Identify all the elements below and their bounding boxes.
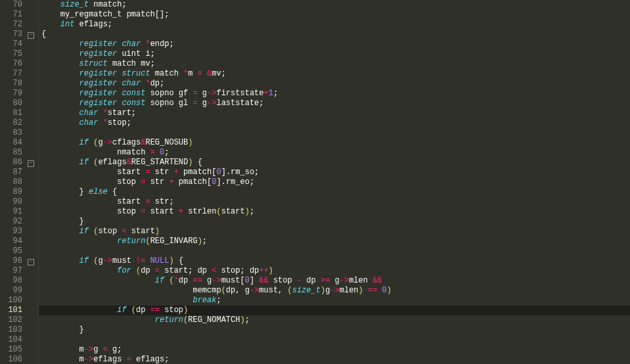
line-number[interactable]: 92	[0, 217, 22, 227]
fold-cell[interactable]	[26, 355, 35, 364]
line-number[interactable]: 82	[0, 118, 22, 128]
code-line[interactable]: break;	[41, 296, 630, 306]
line-number[interactable]: 95	[0, 246, 22, 256]
fold-cell[interactable]	[26, 286, 35, 296]
fold-collapse-icon[interactable]: -	[28, 259, 34, 265]
code-line[interactable]: char *stop;	[41, 118, 630, 128]
line-number[interactable]: 89	[0, 187, 22, 197]
line-number[interactable]: 71	[0, 10, 22, 20]
fold-cell[interactable]	[26, 89, 35, 99]
code-line[interactable]: if (stop < start)	[41, 227, 630, 237]
line-number[interactable]: 85	[0, 148, 22, 158]
fold-collapse-icon[interactable]: -	[28, 160, 34, 167]
fold-cell[interactable]	[26, 99, 35, 108]
line-number[interactable]: 76	[0, 59, 22, 69]
fold-cell[interactable]	[26, 39, 35, 49]
fold-cell[interactable]	[26, 306, 35, 315]
line-number[interactable]: 84	[0, 138, 22, 148]
fold-cell[interactable]	[26, 187, 35, 197]
code-line[interactable]: register const sopno gl = g->laststate;	[41, 99, 630, 108]
code-line[interactable]: start = str + pmatch[0].rm_so;	[41, 168, 630, 177]
code-line[interactable]: nmatch = 0;	[41, 148, 630, 158]
line-number[interactable]: 104	[0, 335, 22, 345]
line-number[interactable]: 96	[0, 256, 22, 266]
fold-cell[interactable]	[26, 0, 35, 10]
code-editor[interactable]: 7071727374757677787980818283848586878889…	[0, 0, 630, 364]
fold-cell[interactable]: -	[26, 256, 35, 266]
line-number[interactable]: 101	[0, 306, 22, 315]
code-line[interactable]: register const sopno gf = g->firststate+…	[41, 89, 630, 99]
fold-cell[interactable]	[26, 128, 35, 138]
fold-cell[interactable]	[26, 20, 35, 30]
code-line[interactable]: memcmp(dp, g->must, (size_t)g->mlen) == …	[41, 286, 630, 296]
line-number[interactable]: 100	[0, 296, 22, 306]
fold-cell[interactable]	[26, 227, 35, 237]
fold-cell[interactable]	[26, 138, 35, 148]
line-number[interactable]: 73	[0, 30, 22, 39]
line-number[interactable]: 90	[0, 197, 22, 207]
fold-cell[interactable]	[26, 207, 35, 217]
line-number[interactable]: 74	[0, 39, 22, 49]
code-line[interactable]: }	[41, 325, 630, 335]
code-area[interactable]: size_t nmatch; my_regmatch_t pmatch[]; i…	[39, 0, 630, 364]
code-line[interactable]	[41, 128, 630, 138]
fold-cell[interactable]	[26, 10, 35, 20]
fold-cell[interactable]: -	[26, 30, 35, 39]
code-line[interactable]: m->eflags = eflags;	[41, 355, 630, 364]
code-line[interactable]: start = str;	[41, 197, 630, 207]
line-number[interactable]: 79	[0, 89, 22, 99]
code-line[interactable]: stop = str + pmatch[0].rm_eo;	[41, 177, 630, 187]
fold-cell[interactable]	[26, 197, 35, 207]
line-number[interactable]: 103	[0, 325, 22, 335]
fold-cell[interactable]	[26, 217, 35, 227]
fold-cell[interactable]	[26, 335, 35, 345]
line-number[interactable]: 102	[0, 315, 22, 325]
line-number[interactable]: 72	[0, 20, 22, 30]
line-number-gutter[interactable]: 7071727374757677787980818283848586878889…	[0, 0, 26, 364]
line-number[interactable]: 70	[0, 0, 22, 10]
fold-cell[interactable]	[26, 148, 35, 158]
fold-cell[interactable]	[26, 315, 35, 325]
code-line[interactable]: if (dp == stop)	[39, 306, 630, 315]
fold-cell[interactable]	[26, 237, 35, 246]
code-line[interactable]: {	[41, 30, 630, 39]
code-line[interactable]: if (g->must != NULL) {	[41, 256, 630, 266]
line-number[interactable]: 93	[0, 227, 22, 237]
fold-collapse-icon[interactable]: -	[28, 32, 34, 39]
code-line[interactable]: my_regmatch_t pmatch[];	[41, 10, 630, 20]
fold-cell[interactable]: -	[26, 158, 35, 168]
code-line[interactable]: register uint i;	[41, 49, 630, 59]
line-number[interactable]: 91	[0, 207, 22, 217]
code-line[interactable]: register char *dp;	[41, 79, 630, 89]
fold-cell[interactable]	[26, 246, 35, 256]
code-line[interactable]: register struct match *m = &mv;	[41, 69, 630, 79]
code-line[interactable]	[41, 335, 630, 345]
code-line[interactable]: for (dp = start; dp < stop; dp++)	[41, 266, 630, 276]
code-line[interactable]: return(REG_NOMATCH);	[41, 315, 630, 325]
code-line[interactable]: if (eflags&REG_STARTEND) {	[41, 158, 630, 168]
code-line[interactable]: register char *endp;	[41, 39, 630, 49]
fold-cell[interactable]	[26, 49, 35, 59]
fold-cell[interactable]	[26, 345, 35, 355]
code-line[interactable]: return(REG_INVARG);	[41, 237, 630, 246]
line-number[interactable]: 83	[0, 128, 22, 138]
fold-cell[interactable]	[26, 108, 35, 118]
code-line[interactable]: } else {	[41, 187, 630, 197]
code-line[interactable]: if (g->cflags&REG_NOSUB)	[41, 138, 630, 148]
fold-cell[interactable]	[26, 118, 35, 128]
line-number[interactable]: 75	[0, 49, 22, 59]
line-number[interactable]: 99	[0, 286, 22, 296]
code-line[interactable]: struct match mv;	[41, 59, 630, 69]
line-number[interactable]: 77	[0, 69, 22, 79]
fold-cell[interactable]	[26, 59, 35, 69]
line-number[interactable]: 86	[0, 158, 22, 168]
line-number[interactable]: 105	[0, 345, 22, 355]
fold-cell[interactable]	[26, 266, 35, 276]
code-line[interactable]: }	[41, 217, 630, 227]
fold-cell[interactable]	[26, 69, 35, 79]
line-number[interactable]: 81	[0, 108, 22, 118]
code-line[interactable]: int eflags;	[41, 20, 630, 30]
code-line[interactable]: size_t nmatch;	[41, 0, 630, 10]
code-line[interactable]: stop = start + strlen(start);	[41, 207, 630, 217]
line-number[interactable]: 78	[0, 79, 22, 89]
